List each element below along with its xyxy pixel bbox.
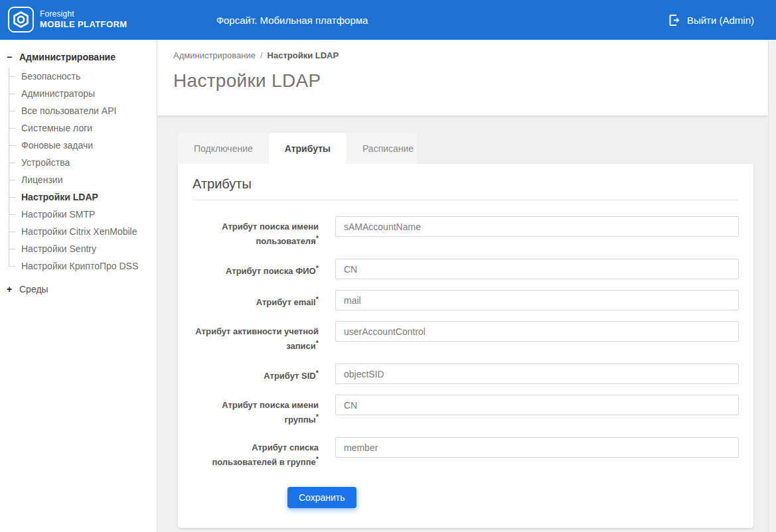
- breadcrumb-separator: /: [260, 50, 263, 60]
- sidebar-item: Системные логи: [0, 119, 157, 137]
- sidebar-item-link[interactable]: Настройки LDAP: [21, 192, 98, 202]
- form-field-input[interactable]: [335, 437, 739, 458]
- app-window: Foresight MOBILE PLATFORM Форсайт. Мобил…: [0, 0, 776, 532]
- form-field-row: Атрибут поиска имени пользователя*: [193, 216, 739, 248]
- form-field-label: Атрибут поиска ФИО*: [193, 259, 319, 278]
- form-field-row: Атрибут email*: [193, 290, 739, 310]
- form-field-input[interactable]: [335, 364, 739, 384]
- breadcrumb: Администрирование / Настройки LDAP: [173, 50, 768, 60]
- required-asterisk: *: [316, 264, 319, 272]
- required-asterisk: *: [316, 234, 319, 242]
- sidebar-item-link[interactable]: Лицензии: [21, 174, 62, 185]
- attributes-card: Атрибуты Атрибут поиска имени пользовате…: [178, 164, 753, 528]
- form-field-input[interactable]: [335, 290, 739, 310]
- page-title: Настройки LDAP: [173, 70, 768, 92]
- breadcrumb-parent-link[interactable]: Администрирование: [173, 50, 256, 60]
- card-divider: [193, 200, 739, 200]
- tab-0[interactable]: Подключение: [178, 133, 269, 164]
- content-area: Подключение Атрибуты Расписание Атрибуты…: [157, 115, 768, 528]
- required-asterisk: *: [316, 295, 319, 303]
- breadcrumb-current: Настройки LDAP: [268, 50, 339, 60]
- required-asterisk: *: [316, 455, 319, 463]
- form-field-label: Атрибут поиска имени группы*: [193, 395, 319, 427]
- header-title: Форсайт. Мобильная платформа: [0, 0, 584, 40]
- form-field-input[interactable]: [335, 216, 739, 237]
- collapse-icon[interactable]: −: [5, 52, 13, 62]
- tabstrip: Подключение Атрибуты Расписание: [178, 133, 417, 164]
- sidebar-item-link[interactable]: Системные логи: [21, 123, 92, 133]
- sidebar-item: Настройки КриптоПро DSS: [0, 257, 157, 275]
- card-heading: Атрибуты: [193, 176, 739, 200]
- required-asterisk: *: [316, 369, 319, 377]
- sidebar-item-administration[interactable]: − Администрирование: [0, 46, 157, 66]
- sidebar-item: Настройки SMTP: [0, 206, 157, 223]
- page-header-panel: Администрирование / Настройки LDAP Настр…: [157, 40, 768, 115]
- main-area: Администрирование / Настройки LDAP Настр…: [157, 40, 768, 532]
- form-field-row: Атрибут поиска имени группы*: [193, 395, 739, 427]
- button-row: Сохранить: [287, 487, 739, 508]
- sidebar-env-label: Среды: [19, 284, 48, 295]
- sidebar-item-link[interactable]: Устройства: [21, 157, 70, 168]
- sidebar-item: Настройки LDAP: [0, 188, 157, 206]
- form-field-label: Атрибут поиска имени пользователя*: [193, 216, 319, 248]
- form-field-label: Атрибут SID*: [193, 364, 319, 383]
- form-field-input[interactable]: [335, 259, 739, 279]
- form-field-input[interactable]: [335, 395, 739, 415]
- form-field-row: Атрибут списка пользователей в группе*: [193, 437, 739, 469]
- sidebar-item-link[interactable]: Настройки Citrix XenMobile: [21, 226, 137, 237]
- form-field-input[interactable]: [335, 321, 739, 342]
- form-field-label: Атрибут email*: [193, 290, 319, 309]
- sidebar-item-link[interactable]: Фоновые задачи: [21, 140, 93, 151]
- sidebar-item: Фоновые задачи: [0, 137, 157, 154]
- sidebar-item: Администраторы: [0, 85, 157, 102]
- sidebar: − Администрирование Безопасность Админис…: [0, 40, 157, 532]
- expand-icon[interactable]: +: [5, 285, 13, 294]
- form-field-row: Атрибут поиска ФИО*: [193, 259, 739, 279]
- form-field-row: Атрибут SID*: [193, 364, 739, 384]
- sidebar-item-link[interactable]: Настройки Sentry: [21, 243, 96, 254]
- app-header: Foresight MOBILE PLATFORM Форсайт. Мобил…: [0, 0, 776, 40]
- sidebar-item-link[interactable]: Безопасность: [21, 71, 80, 82]
- form-field-label: Атрибут списка пользователей в группе*: [193, 437, 319, 469]
- sidebar-menu: Безопасность Администраторы Все пользова…: [0, 68, 157, 275]
- logout-icon: [669, 15, 680, 26]
- form-field-row: Атрибут активности учетной записи*: [193, 321, 739, 353]
- logout-button[interactable]: Выйти (Admin): [669, 0, 754, 40]
- sidebar-item: Устройства: [0, 154, 157, 171]
- sidebar-item: Настройки Citrix XenMobile: [0, 223, 157, 240]
- sidebar-root-label: Администрирование: [19, 52, 116, 62]
- sidebar-item-link[interactable]: Все пользователи API: [21, 105, 116, 116]
- save-button[interactable]: Сохранить: [287, 487, 356, 508]
- ldap-attributes-form: Атрибут поиска имени пользователя* Атриб…: [193, 216, 739, 469]
- required-asterisk: *: [316, 413, 319, 421]
- logout-label: Выйти (Admin): [687, 15, 754, 26]
- sidebar-item-link[interactable]: Администраторы: [21, 88, 95, 99]
- sidebar-item-link[interactable]: Настройки КриптоПро DSS: [21, 261, 138, 271]
- sidebar-item: Безопасность: [0, 68, 157, 85]
- required-asterisk: *: [316, 339, 319, 347]
- sidebar-item-link[interactable]: Настройки SMTP: [21, 209, 95, 220]
- scrollbar-track[interactable]: [768, 40, 776, 532]
- sidebar-item-environments[interactable]: + Среды: [0, 275, 157, 299]
- form-field-label: Атрибут активности учетной записи*: [193, 321, 319, 353]
- tab-2[interactable]: Расписание: [347, 133, 429, 164]
- sidebar-item: Лицензии: [0, 171, 157, 188]
- tab-1[interactable]: Атрибуты: [269, 133, 347, 164]
- sidebar-item: Настройки Sentry: [0, 240, 157, 257]
- sidebar-item: Все пользователи API: [0, 102, 157, 119]
